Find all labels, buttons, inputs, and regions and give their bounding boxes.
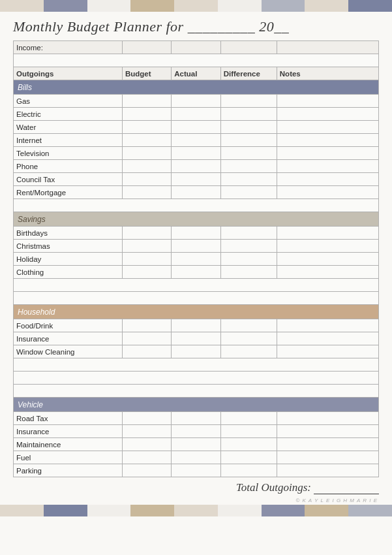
bar-seg-6 — [218, 0, 262, 12]
page: Monthly Budget Planner for _________ 20_… — [0, 0, 392, 555]
copyright: © K A Y L E I G H M A R I E — [0, 497, 392, 505]
spacer-row-1 — [14, 54, 379, 67]
row-insurance-v: Insurance — [14, 425, 379, 438]
maintenance-label: Maintainence — [14, 438, 123, 451]
bot-bar-seg-3 — [87, 505, 131, 516]
header-difference: Difference — [220, 67, 277, 80]
row-holiday: Holiday — [14, 253, 379, 266]
vehicle-label: Vehicle — [14, 398, 379, 412]
row-clothing: Clothing — [14, 266, 379, 279]
top-bar — [0, 0, 392, 12]
section-savings-header: Savings — [14, 212, 379, 227]
row-window-cleaning: Window Cleaning — [14, 345, 379, 358]
row-birthdays: Birthdays — [14, 227, 379, 240]
row-christmas: Christmas — [14, 240, 379, 253]
row-council-tax: Council Tax — [14, 173, 379, 186]
column-headers: Outgoings Budget Actual Difference Notes — [14, 67, 379, 80]
household-label: Household — [14, 305, 379, 319]
savings-label: Savings — [14, 212, 379, 227]
copyright-text: © K A Y L E I G H M A R I E — [295, 498, 378, 503]
bar-seg-5 — [174, 0, 218, 12]
phone-label: Phone — [14, 160, 123, 173]
gas-diff[interactable] — [220, 95, 277, 108]
total-line[interactable] — [314, 494, 379, 494]
header-outgoings: Outgoings — [14, 67, 123, 80]
section-household-header: Household — [14, 305, 379, 319]
bills-label: Bills — [14, 80, 379, 95]
row-rent: Rent/Mortgage — [14, 186, 379, 199]
window-label: Window Cleaning — [14, 345, 123, 358]
bar-seg-9 — [348, 0, 392, 12]
christmas-label: Christmas — [14, 240, 123, 253]
row-insurance-hh: Insurance — [14, 332, 379, 345]
income-actual[interactable] — [172, 41, 220, 54]
electric-label: Electric — [14, 108, 123, 121]
gas-notes[interactable] — [277, 95, 378, 108]
row-gas: Gas — [14, 95, 379, 108]
gas-label: Gas — [14, 95, 123, 108]
row-internet: Internet — [14, 134, 379, 147]
income-row: Income: — [14, 41, 379, 54]
clothing-label: Clothing — [14, 266, 123, 279]
bot-bar-seg-9 — [348, 505, 392, 516]
header-actual: Actual — [172, 67, 220, 80]
television-label: Television — [14, 147, 123, 160]
gas-actual[interactable] — [172, 95, 220, 108]
section-bills-header: Bills — [14, 80, 379, 95]
row-fuel: Fuel — [14, 451, 379, 464]
row-parking: Parking — [14, 464, 379, 477]
bar-seg-2 — [44, 0, 87, 12]
bot-bar-seg-1 — [0, 505, 44, 516]
savings-spacer-2 — [14, 292, 379, 305]
bar-seg-1 — [0, 0, 44, 12]
row-water: Water — [14, 121, 379, 134]
food-label: Food/Drink — [14, 319, 123, 332]
row-phone: Phone — [14, 160, 379, 173]
bot-bar-seg-8 — [305, 505, 348, 516]
bot-bar-seg-2 — [44, 505, 87, 516]
row-maintenance: Maintainence — [14, 438, 379, 451]
parking-label: Parking — [14, 464, 123, 477]
bar-seg-4 — [130, 0, 174, 12]
income-budget[interactable] — [122, 41, 171, 54]
bot-bar-seg-6 — [218, 505, 262, 516]
holiday-label: Holiday — [14, 253, 123, 266]
bar-seg-8 — [305, 0, 348, 12]
hh-spacer-2 — [14, 372, 379, 385]
bills-spacer — [14, 199, 379, 212]
total-label: Total Outgoings: — [236, 481, 311, 494]
birthdays-label: Birthdays — [14, 227, 123, 240]
bot-bar-seg-4 — [130, 505, 174, 516]
income-diff[interactable] — [220, 41, 277, 54]
section-vehicle-header: Vehicle — [14, 398, 379, 412]
hh-spacer-3 — [14, 385, 379, 398]
row-food-drink: Food/Drink — [14, 319, 379, 332]
page-title: Monthly Budget Planner for _________ 20_… — [0, 12, 392, 40]
bot-bar-seg-5 — [174, 505, 218, 516]
road-tax-label: Road Tax — [14, 412, 123, 425]
rent-label: Rent/Mortgage — [14, 186, 123, 199]
bot-bar-seg-7 — [262, 505, 305, 516]
title-text: Monthly Budget Planner for _________ 20_… — [13, 18, 289, 35]
income-label: Income: — [14, 41, 123, 54]
header-notes: Notes — [277, 67, 378, 80]
total-outgoings-area: Total Outgoings: — [0, 477, 392, 497]
income-notes[interactable] — [277, 41, 378, 54]
council-label: Council Tax — [14, 173, 123, 186]
bar-seg-7 — [262, 0, 305, 12]
insurance-v-label: Insurance — [14, 425, 123, 438]
row-electric: Electric — [14, 108, 379, 121]
row-television: Television — [14, 147, 379, 160]
internet-label: Internet — [14, 134, 123, 147]
row-road-tax: Road Tax — [14, 412, 379, 425]
fuel-label: Fuel — [14, 451, 123, 464]
water-label: Water — [14, 121, 123, 134]
header-budget: Budget — [122, 67, 171, 80]
savings-spacer-1 — [14, 279, 379, 292]
gas-budget[interactable] — [122, 95, 171, 108]
budget-table: Income: Outgoings Budget Actual Differen… — [13, 40, 379, 477]
bar-seg-3 — [87, 0, 131, 12]
hh-spacer-1 — [14, 358, 379, 372]
bottom-bar — [0, 505, 392, 516]
insurance-hh-label: Insurance — [14, 332, 123, 345]
